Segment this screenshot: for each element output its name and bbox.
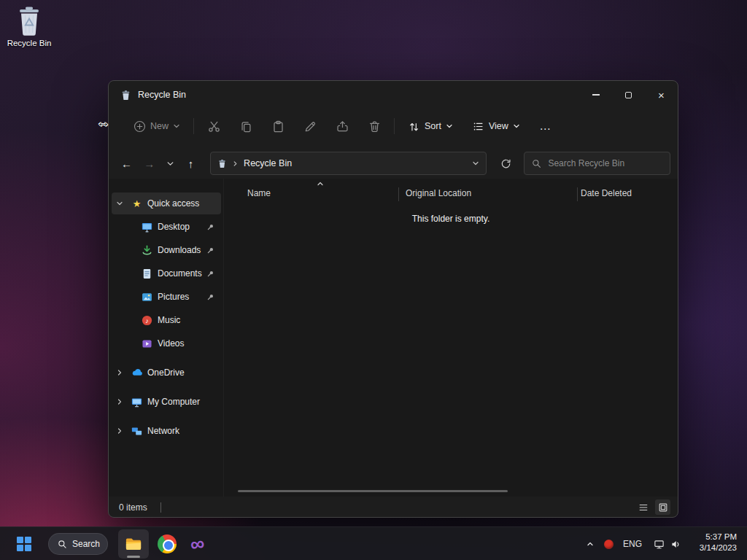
thumbnail-view-icon <box>658 502 668 513</box>
taskbar-chrome-button[interactable] <box>154 529 180 559</box>
share-icon <box>336 120 349 133</box>
resize-cursor: ↔ <box>96 114 110 131</box>
column-header-row: Name Original Location Date Deleted <box>224 185 678 204</box>
share-button[interactable] <box>330 114 355 138</box>
more-button[interactable]: … <box>533 114 558 138</box>
sidebar-item-music[interactable]: ♪ Music <box>112 309 221 331</box>
sidebar-item-onedrive[interactable]: OneDrive <box>112 362 221 384</box>
network-tray-button[interactable] <box>651 529 667 559</box>
sidebar-item-pictures[interactable]: Pictures <box>112 286 221 308</box>
taskbar-visual-studio-button[interactable]: ∞ <box>185 529 211 559</box>
title-bar[interactable]: Recycle Bin × <box>109 81 678 109</box>
start-button[interactable] <box>12 529 36 559</box>
volume-tray-button[interactable] <box>667 529 684 559</box>
tray-time: 5:37 PM <box>700 532 737 542</box>
status-divider <box>160 502 161 513</box>
recent-locations-button[interactable] <box>163 152 177 174</box>
status-bar: 0 items <box>109 497 678 518</box>
sidebar-item-videos[interactable]: Videos <box>112 332 221 354</box>
column-header-original-location[interactable]: Original Location <box>406 188 471 198</box>
sidebar-item-my-computer[interactable]: My Computer <box>112 391 221 413</box>
command-bar: New <box>109 109 678 144</box>
up-arrow-icon: ↑ <box>188 158 194 170</box>
search-input[interactable] <box>546 158 656 169</box>
delete-button[interactable] <box>362 114 387 138</box>
copy-button[interactable] <box>233 114 258 138</box>
view-button[interactable]: View <box>466 116 526 137</box>
chevron-right-icon[interactable] <box>112 398 128 405</box>
taskbar: Search ∞ E <box>0 526 747 560</box>
toolbar-divider <box>394 118 395 134</box>
red-status-icon <box>604 540 614 549</box>
details-view-icon <box>638 502 649 513</box>
chevron-down-icon[interactable] <box>112 200 128 207</box>
sidebar-item-label: Music <box>158 315 180 325</box>
sidebar-item-downloads[interactable]: Downloads <box>112 239 221 261</box>
sidebar-item-label: My Computer <box>147 397 200 407</box>
close-button[interactable]: × <box>645 81 678 109</box>
column-divider[interactable] <box>577 187 578 201</box>
minimize-button[interactable] <box>579 81 612 109</box>
horizontal-scrollbar[interactable] <box>238 490 508 492</box>
language-indicator[interactable]: ENG <box>620 529 645 559</box>
taskbar-search-label: Search <box>72 539 100 549</box>
rename-icon <box>303 120 317 133</box>
picture-icon <box>138 291 156 303</box>
refresh-button[interactable] <box>497 152 515 174</box>
breadcrumb[interactable]: Recycle Bin <box>244 158 292 168</box>
search-icon <box>58 540 67 549</box>
hidden-icons-button[interactable] <box>582 529 598 559</box>
column-divider[interactable] <box>398 187 399 201</box>
cut-button[interactable] <box>201 114 226 138</box>
tray-red-status-button[interactable] <box>600 529 616 559</box>
desktop-screen: Recycle Bin Recycle Bin × <box>0 0 747 560</box>
search-box[interactable] <box>524 152 670 175</box>
paste-button[interactable] <box>266 114 290 138</box>
sidebar-item-quick-access[interactable]: ★ Quick access <box>112 192 221 214</box>
video-play-icon <box>138 338 156 350</box>
column-header-date-deleted[interactable]: Date Deleted <box>581 188 632 198</box>
clock[interactable]: 5:37 PM 3/14/2023 <box>700 532 737 553</box>
ellipsis-icon: … <box>539 120 551 133</box>
details-view-toggle[interactable] <box>635 499 651 515</box>
forward-button[interactable]: → <box>140 152 158 174</box>
active-app-indicator <box>127 556 140 558</box>
sort-button-label: Sort <box>425 121 441 131</box>
sidebar-item-label: Downloads <box>158 245 201 255</box>
rename-button[interactable] <box>298 114 322 138</box>
sidebar: ★ Quick access Desktop Down <box>109 179 223 497</box>
back-arrow-icon: ← <box>121 158 132 170</box>
new-button[interactable]: New <box>128 116 186 137</box>
sort-button[interactable]: Sort <box>402 116 459 137</box>
windows-logo-icon <box>17 537 31 551</box>
explorer-window: Recycle Bin × New <box>108 80 678 518</box>
column-header-name[interactable]: Name <box>247 188 271 198</box>
visual-studio-icon: ∞ <box>190 533 206 554</box>
navigation-bar: ← → ↑ Recycle Bin <box>109 144 678 179</box>
chevron-right-icon[interactable] <box>112 427 128 435</box>
sidebar-item-desktop[interactable]: Desktop <box>112 216 221 238</box>
maximize-button[interactable] <box>612 81 645 109</box>
chevron-up-icon <box>586 540 595 548</box>
recycle-bin-icon <box>120 90 131 101</box>
up-button[interactable]: ↑ <box>182 152 200 174</box>
caption-controls: × <box>579 81 678 109</box>
address-bar[interactable]: Recycle Bin <box>210 152 487 175</box>
sidebar-item-documents[interactable]: Documents <box>112 262 221 284</box>
taskbar-search-button[interactable]: Search <box>48 533 108 555</box>
computer-monitor-icon <box>128 396 146 408</box>
sidebar-item-label: Videos <box>158 338 184 349</box>
language-label: ENG <box>623 539 642 549</box>
scissors-icon <box>207 120 221 133</box>
recycle-bin-icon <box>217 159 227 168</box>
sidebar-item-network[interactable]: Network <box>112 420 221 442</box>
recycle-bin-desktop-icon[interactable]: Recycle Bin <box>2 6 56 47</box>
taskbar-file-explorer-button[interactable] <box>118 529 149 559</box>
search-icon <box>532 159 541 168</box>
thumbnail-view-toggle[interactable] <box>655 499 670 515</box>
sidebar-item-label: Desktop <box>158 222 190 232</box>
back-button[interactable]: ← <box>117 152 136 174</box>
close-icon: × <box>658 90 665 101</box>
chevron-down-icon[interactable] <box>472 160 479 167</box>
chevron-right-icon[interactable] <box>112 369 128 376</box>
